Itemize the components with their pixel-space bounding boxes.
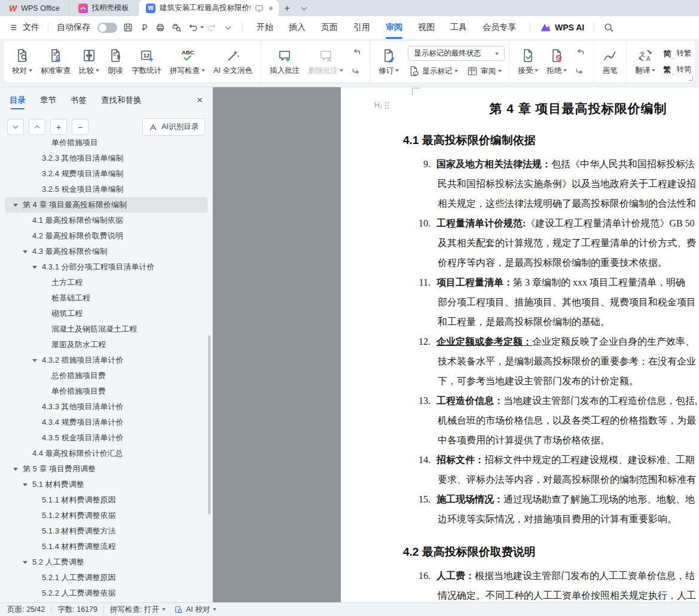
- ribbon-button-pen[interactable]: 画笔: [598, 45, 622, 79]
- ribbon-button-ai-polish[interactable]: AI 全文润色: [209, 45, 257, 79]
- toc-collapse-button[interactable]: [7, 119, 24, 135]
- list-item-line[interactable]: 部分项工程项目、措施项目、其他项目、规费项目和税金项目: [403, 292, 699, 312]
- toc-item[interactable]: 混凝土及钢筋混凝土工程: [5, 321, 207, 337]
- menu-tab-视图[interactable]: 视图: [410, 16, 442, 39]
- markup-state-select[interactable]: 显示标记的最终状态: [408, 46, 505, 61]
- toc-zoom-in-button[interactable]: +: [50, 119, 67, 135]
- sidebar-tab-bookmarks[interactable]: 书签: [71, 87, 87, 114]
- export-pdf-button[interactable]: [136, 20, 152, 35]
- toc-item[interactable]: 3.2.3 其他项目清单编制: [5, 151, 207, 166]
- list-item-line[interactable]: 价程序等内容，是最高投标限价编制的重要技术依据。: [403, 253, 699, 272]
- share-screen-icon[interactable]: [255, 4, 264, 13]
- menu-tab-工具[interactable]: 工具: [442, 16, 475, 39]
- toc-item[interactable]: 4.3.4 规费项目清单计价: [5, 415, 207, 430]
- list-item-line[interactable]: 机械台班的市场价格信息，以及各类工程的价格指数等，为最: [403, 410, 699, 430]
- list-item-line[interactable]: 中各项费用的计算提供了市场价格依据。: [403, 430, 699, 450]
- list-item-line[interactable]: 技术装备水平，是编制最高投标限价的重要参考；在没有企业: [403, 351, 699, 371]
- toc-item[interactable]: 4.3 最高投标限价编制: [5, 244, 207, 259]
- toc-item[interactable]: 4.4 最高投标限价计价汇总: [5, 446, 207, 461]
- save-button[interactable]: [120, 20, 136, 35]
- tab-document[interactable]: W 建筑安装工程最高投标限价编: [139, 0, 279, 16]
- toc-item[interactable]: 3.2.4 规费项目清单编制: [5, 166, 207, 182]
- toc-item[interactable]: 4.3.1 分部分项工程项目清单计价: [5, 259, 207, 275]
- tab-list-button[interactable]: [295, 0, 312, 16]
- ribbon-button-read-aloud[interactable]: 朗读: [103, 45, 127, 79]
- previous-comment-button[interactable]: [349, 47, 364, 59]
- ribbon-button-translate[interactable]: 文A翻译: [631, 45, 660, 79]
- toolbar-options-button[interactable]: [220, 20, 236, 35]
- menu-tab-插入[interactable]: 插入: [281, 16, 313, 39]
- sidebar-tab-chapters[interactable]: 章节: [40, 87, 56, 114]
- redo-button[interactable]: [204, 20, 220, 35]
- wps-ai-button[interactable]: WPS AI: [536, 23, 588, 32]
- print-preview-button[interactable]: [168, 20, 184, 35]
- drag-handle-icon[interactable]: [384, 102, 389, 109]
- ribbon-button-reject[interactable]: 拒绝: [542, 45, 571, 79]
- toc-item[interactable]: 桩基础工程: [5, 290, 207, 306]
- ribbon-button-spell-check[interactable]: ABC拼写检查: [166, 45, 209, 79]
- toc-item[interactable]: 单价措施项目费: [5, 384, 207, 399]
- toc-item[interactable]: 5.1.1 材料费调整原因: [5, 492, 207, 508]
- next-change-button[interactable]: [573, 64, 587, 76]
- toc-item[interactable]: 5.1.2 材料费调整依据: [5, 508, 207, 523]
- menu-tab-审阅[interactable]: 审阅: [378, 16, 410, 39]
- autosave-toggle[interactable]: 自动保存: [54, 22, 120, 33]
- toc-item[interactable]: 第 5 章 项目费用调整: [5, 461, 207, 477]
- list-item[interactable]: 9.国家及地方相关法律法规：包括《中华人民共和国招标投标法: [403, 154, 699, 174]
- list-item[interactable]: 15.施工现场情况：通过现场勘查了解施工现场的地形、地貌、地: [403, 489, 699, 509]
- collapse-arrow-icon[interactable]: [32, 359, 37, 362]
- collapse-arrow-icon[interactable]: [13, 468, 18, 471]
- dialog-launcher-icon[interactable]: [689, 76, 693, 81]
- ai-proofread-button[interactable]: AI 校对: [174, 605, 216, 615]
- word-count-indicator[interactable]: 字数: 16179: [57, 605, 97, 615]
- toc-item[interactable]: 4.3.2 措施项目清单计价: [5, 353, 207, 368]
- convert-简-button[interactable]: 简→转繁: [663, 48, 691, 59]
- toc-item[interactable]: 4.1 最高投标限价编制依据: [5, 213, 207, 228]
- convert-繁-button[interactable]: 繁→转简: [663, 65, 691, 75]
- ribbon-button-delete-comment[interactable]: 删除批注: [304, 45, 347, 79]
- print-button[interactable]: [152, 20, 168, 35]
- toc-item[interactable]: 5.1.3 材料费调整方法: [5, 523, 207, 539]
- toc-item[interactable]: 单价措施项目: [5, 138, 207, 151]
- page-indicator[interactable]: 页面: 25/42: [7, 605, 45, 615]
- toc-item[interactable]: 5.2.1 人工费调整原因: [5, 570, 207, 586]
- document-canvas[interactable]: H₁ 第 4 章 项目最高投标限价编制 4.1 最高投标限价编制依据9.国家及地…: [213, 87, 699, 602]
- toc-item[interactable]: 5.1 材料费调整: [5, 477, 207, 492]
- collapse-arrow-icon[interactable]: [13, 204, 18, 207]
- sidebar-tab-find-replace[interactable]: 查找和替换: [101, 87, 142, 114]
- spell-check-indicator[interactable]: 拼写检查: 打开: [110, 605, 166, 615]
- next-comment-button[interactable]: [349, 64, 364, 76]
- file-menu[interactable]: 文件: [7, 22, 42, 33]
- section-heading[interactable]: 4.1 最高投标限价编制依据: [403, 133, 699, 148]
- section-heading[interactable]: 4.2 最高投标限价取费说明: [403, 544, 699, 560]
- list-item-line[interactable]: 民共和国招标投标法实施条例》以及当地政府关于工程建设招: [403, 174, 699, 194]
- collapse-arrow-icon[interactable]: [23, 561, 28, 564]
- search-button[interactable]: [600, 20, 616, 35]
- ribbon-button-track-changes[interactable]: 修订: [374, 45, 403, 79]
- ribbon-button-standard-review[interactable]: 标准审查: [36, 45, 75, 79]
- undo-button[interactable]: [184, 20, 200, 35]
- tab-wps-office[interactable]: W WPS Office: [0, 0, 69, 16]
- list-item[interactable]: 14.招标文件：招标文件中规定的工程建设规模、建设标准、工期: [403, 450, 699, 470]
- document-page[interactable]: H₁ 第 4 章 项目最高投标限价编制 4.1 最高投标限价编制依据9.国家及地…: [341, 87, 699, 602]
- close-sidebar-button[interactable]: ×: [197, 94, 203, 106]
- sidebar-scrollbar[interactable]: [208, 335, 210, 514]
- chapter-heading[interactable]: 第 4 章 项目最高投标限价编制: [403, 100, 699, 117]
- list-item-line[interactable]: 相关规定，这些法律法规明确了最高投标限价编制的合法性和: [403, 194, 699, 213]
- toc-item[interactable]: 屋面及防水工程: [5, 337, 207, 353]
- list-item[interactable]: 13.工程造价信息：当地建设主管部门发布的工程造价信息，包括,: [403, 391, 699, 410]
- menu-tab-引用[interactable]: 引用: [346, 16, 378, 39]
- ribbon-button-show-markup[interactable]: 显示标记: [408, 65, 458, 77]
- tab-docer-template[interactable]: 找稻壳模板: [69, 0, 139, 16]
- toc-item[interactable]: 总价措施项目费: [5, 368, 207, 384]
- heading-level-badge[interactable]: H₁: [374, 101, 389, 109]
- collapse-arrow-icon[interactable]: [23, 250, 28, 253]
- list-item[interactable]: 11.项目工程量清单：第 3 章编制的 xxx 项目工程量清单，明确: [403, 272, 699, 292]
- list-item-line[interactable]: 情况确定。不同工种的人工工资单价按照相关规定执行，人工: [403, 586, 699, 602]
- toc-item[interactable]: 第 4 章 项目最高投标限价编制: [5, 197, 207, 213]
- previous-change-button[interactable]: [573, 47, 587, 59]
- toc-item[interactable]: 4.3.3 其他项目清单计价: [5, 399, 207, 415]
- list-item[interactable]: 12.企业定额或参考定额：企业定额反映了企业自身的生产效率、: [403, 332, 699, 351]
- toc-item[interactable]: 4.3.5 税金项目清单计价: [5, 430, 207, 446]
- menu-tab-页面[interactable]: 页面: [313, 16, 346, 39]
